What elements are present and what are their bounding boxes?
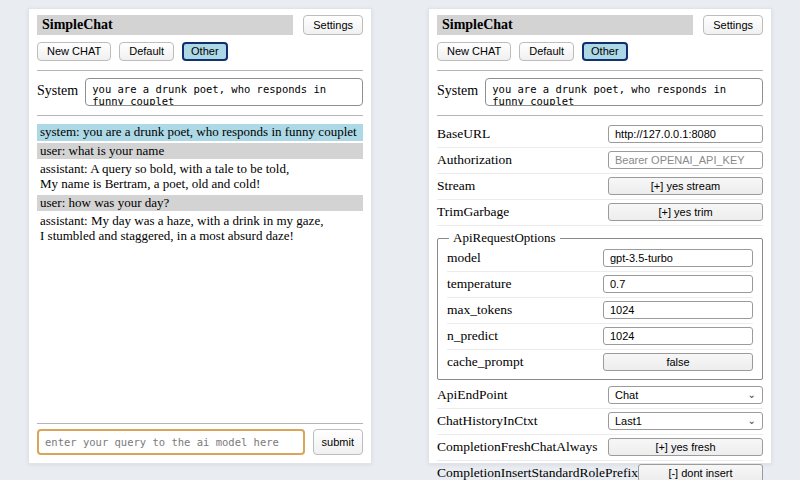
chat-history-selected-value: Last1 xyxy=(615,415,642,427)
base-url-label: BaseURL xyxy=(437,126,490,142)
setting-row-completion-insert-standard-role-prefix: CompletionInsertStandardRolePrefix [-] d… xyxy=(437,461,763,480)
chat-history-in-ctxt-label: ChatHistoryInCtxt xyxy=(437,413,538,429)
system-row: System you are a drunk poet, who respond… xyxy=(37,78,363,106)
temperature-input[interactable] xyxy=(603,275,753,293)
temperature-label: temperature xyxy=(447,276,511,292)
divider xyxy=(37,423,363,424)
chevron-down-icon: ⌄ xyxy=(748,391,756,399)
cache-prompt-toggle-button[interactable]: false xyxy=(603,353,753,371)
max-tokens-input[interactable] xyxy=(603,301,753,319)
chat-message-list: system: you are a drunk poet, who respon… xyxy=(37,124,363,247)
divider xyxy=(437,115,763,116)
completion-insert-toggle-button[interactable]: [-] dont insert xyxy=(638,464,763,480)
submit-button[interactable]: submit xyxy=(313,429,363,455)
settings-panel: SimpleChat Settings New CHAT Default Oth… xyxy=(428,8,772,464)
settings-list: BaseURL Authorization Stream [+] yes str… xyxy=(437,122,763,480)
trim-garbage-toggle-button[interactable]: [+] yes trim xyxy=(608,203,763,221)
titlebar: SimpleChat Settings xyxy=(437,15,763,35)
stream-toggle-button[interactable]: [+] yes stream xyxy=(608,177,763,195)
setting-row-api-endpoint: ApiEndPoint Chat ⌄ xyxy=(437,383,763,409)
setting-row-cache-prompt: cache_prompt false xyxy=(447,350,753,375)
setting-row-chat-history-in-ctxt: ChatHistoryInCtxt Last1 ⌄ xyxy=(437,409,763,435)
query-row: submit xyxy=(37,429,363,455)
query-section: submit xyxy=(37,417,363,455)
new-chat-button[interactable]: New CHAT xyxy=(437,42,511,61)
api-request-options-fieldset: ApiRequestOptions model temperature max_… xyxy=(437,230,763,380)
chat-message-user: user: how was your day? xyxy=(37,195,363,212)
settings-button[interactable]: Settings xyxy=(303,15,363,35)
setting-row-stream: Stream [+] yes stream xyxy=(437,174,763,200)
trim-garbage-label: TrimGarbage xyxy=(437,204,509,220)
chat-message-assistant: assistant: A query so bold, with a tale … xyxy=(37,161,363,192)
setting-row-max-tokens: max_tokens xyxy=(447,298,753,324)
chevron-down-icon: ⌄ xyxy=(748,417,756,425)
max-tokens-label: max_tokens xyxy=(447,302,512,318)
setting-row-trim-garbage: TrimGarbage [+] yes trim xyxy=(437,200,763,226)
system-label: System xyxy=(37,78,78,99)
app-title: SimpleChat xyxy=(37,15,293,35)
base-url-input[interactable] xyxy=(608,125,763,143)
authorization-label: Authorization xyxy=(437,152,512,168)
chat-panel: SimpleChat Settings New CHAT Default Oth… xyxy=(28,8,372,464)
divider xyxy=(437,70,763,71)
system-prompt-input[interactable]: you are a drunk poet, who responds in fu… xyxy=(85,78,363,106)
session-row: New CHAT Default Other xyxy=(37,42,363,61)
divider xyxy=(37,70,363,71)
system-row: System you are a drunk poet, who respond… xyxy=(437,78,763,106)
api-endpoint-select[interactable]: Chat ⌄ xyxy=(608,386,763,404)
completion-fresh-toggle-button[interactable]: [+] yes fresh xyxy=(608,438,763,456)
app-title: SimpleChat xyxy=(437,15,693,35)
session-button-default[interactable]: Default xyxy=(119,42,174,61)
settings-button[interactable]: Settings xyxy=(703,15,763,35)
chat-message-user: user: what is your name xyxy=(37,143,363,160)
setting-row-base-url: BaseURL xyxy=(437,122,763,148)
titlebar: SimpleChat Settings xyxy=(37,15,363,35)
n-predict-input[interactable] xyxy=(603,327,753,345)
setting-row-authorization: Authorization xyxy=(437,148,763,174)
cache-prompt-label: cache_prompt xyxy=(447,354,523,370)
system-label: System xyxy=(437,78,478,99)
divider xyxy=(37,115,363,116)
setting-row-completion-fresh-chat-always: CompletionFreshChatAlways [+] yes fresh xyxy=(437,435,763,461)
api-endpoint-label: ApiEndPoint xyxy=(437,387,508,403)
completion-fresh-chat-always-label: CompletionFreshChatAlways xyxy=(437,439,598,455)
setting-row-temperature: temperature xyxy=(447,272,753,298)
api-request-options-legend: ApiRequestOptions xyxy=(449,230,560,246)
setting-row-n-predict: n_predict xyxy=(447,324,753,350)
chat-history-in-ctxt-select[interactable]: Last1 ⌄ xyxy=(608,412,763,430)
n-predict-label: n_predict xyxy=(447,328,498,344)
stream-label: Stream xyxy=(437,178,475,194)
new-chat-button[interactable]: New CHAT xyxy=(37,42,111,61)
session-button-default[interactable]: Default xyxy=(519,42,574,61)
authorization-input[interactable] xyxy=(608,151,763,169)
session-row: New CHAT Default Other xyxy=(437,42,763,61)
system-prompt-input[interactable]: you are a drunk poet, who responds in fu… xyxy=(485,78,763,106)
model-label: model xyxy=(447,250,481,266)
api-endpoint-selected-value: Chat xyxy=(615,389,638,401)
completion-insert-standard-role-prefix-label: CompletionInsertStandardRolePrefix xyxy=(437,465,638,480)
chat-message-assistant: assistant: My day was a haze, with a dri… xyxy=(37,213,363,244)
setting-row-model: model xyxy=(447,246,753,272)
query-input[interactable] xyxy=(37,429,305,455)
session-button-other[interactable]: Other xyxy=(182,42,228,61)
model-input[interactable] xyxy=(603,249,753,267)
chat-message-system: system: you are a drunk poet, who respon… xyxy=(37,124,363,141)
session-button-other[interactable]: Other xyxy=(582,42,628,61)
